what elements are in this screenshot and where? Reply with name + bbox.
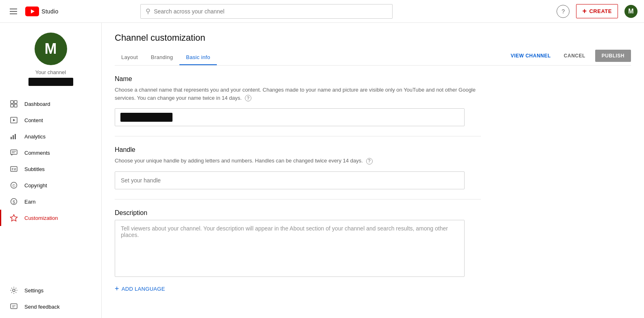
svg-rect-12	[11, 150, 17, 154]
channel-info: M Your channel	[0, 29, 101, 92]
tabs-bar: Layout Branding Basic info VIEW CHANNEL …	[115, 50, 631, 66]
menu-icon[interactable]	[7, 5, 20, 18]
subtitles-icon	[10, 165, 18, 173]
name-section-title: Name	[115, 75, 481, 83]
tab-actions: VIEW CHANNEL CANCEL PUBLISH	[507, 50, 631, 65]
svg-text:$: $	[13, 200, 15, 204]
create-label: CREATE	[589, 8, 611, 14]
publish-button[interactable]: PUBLISH	[595, 50, 631, 62]
tab-basic-info[interactable]: Basic info	[179, 50, 216, 65]
main-layout: M Your channel Dashboard	[0, 23, 644, 318]
customization-label: Customization	[24, 215, 58, 221]
topbar-right: ? + CREATE M	[557, 4, 637, 18]
channel-avatar[interactable]: M	[35, 33, 67, 65]
sidebar-item-feedback[interactable]: Send feedback	[0, 298, 101, 315]
user-avatar[interactable]: M	[624, 5, 637, 18]
earn-icon: $	[10, 197, 18, 206]
svg-rect-10	[15, 134, 16, 139]
topbar: Studio ⚲ ? + CREATE M	[0, 0, 644, 23]
sidebar-item-settings[interactable]: Settings	[0, 282, 101, 298]
comments-icon	[10, 149, 18, 157]
customization-icon	[10, 214, 18, 222]
search-input[interactable]	[154, 8, 387, 15]
svg-point-24	[13, 289, 15, 292]
name-help-icon[interactable]: ?	[245, 95, 251, 101]
handle-section-desc: Choose your unique handle by adding lett…	[115, 157, 481, 165]
sidebar-nav: Dashboard Content	[0, 92, 101, 226]
sidebar-item-content[interactable]: Content	[0, 112, 101, 128]
create-plus-icon: +	[582, 7, 587, 15]
tab-layout[interactable]: Layout	[115, 50, 144, 65]
svg-text:©: ©	[12, 184, 15, 188]
svg-rect-9	[13, 135, 14, 139]
sidebar-item-copyright[interactable]: © Copyright	[0, 177, 101, 193]
description-textarea[interactable]	[115, 220, 465, 277]
settings-label: Settings	[24, 287, 44, 294]
studio-label: Studio	[41, 8, 59, 15]
name-section: Name Choose a channel name that represen…	[115, 66, 481, 136]
create-button[interactable]: + CREATE	[576, 4, 618, 18]
comments-label: Comments	[24, 150, 50, 156]
add-language-plus-icon: +	[115, 285, 119, 293]
content-area: Channel customization Layout Branding Ba…	[102, 23, 644, 318]
handle-section: Handle Choose your unique handle by addi…	[115, 136, 481, 200]
name-field-wrapper	[115, 108, 481, 126]
name-input[interactable]	[115, 108, 465, 126]
your-channel-label: Your channel	[35, 69, 66, 75]
handle-input[interactable]	[115, 171, 465, 189]
view-channel-button[interactable]: VIEW CHANNEL	[507, 50, 554, 61]
channel-name-redacted	[28, 78, 73, 86]
feedback-icon	[10, 303, 18, 311]
analytics-label: Analytics	[24, 134, 46, 140]
description-section: Description + ADD LANGUAGE	[115, 200, 481, 306]
cancel-button[interactable]: CANCEL	[561, 50, 589, 61]
sidebar-item-earn[interactable]: $ Earn	[0, 193, 101, 210]
handle-help-icon[interactable]: ?	[366, 158, 373, 164]
sidebar: M Your channel Dashboard	[0, 23, 102, 318]
description-section-title: Description	[115, 209, 481, 217]
copyright-icon: ©	[10, 181, 18, 189]
topbar-left: Studio	[7, 5, 59, 18]
sidebar-item-dashboard[interactable]: Dashboard	[0, 96, 101, 112]
feedback-label: Send feedback	[24, 304, 60, 310]
sidebar-item-subtitles[interactable]: Subtitles	[0, 161, 101, 177]
copyright-label: Copyright	[24, 182, 47, 189]
svg-rect-4	[11, 104, 13, 107]
page-title: Channel customization	[115, 33, 631, 43]
sidebar-item-customization[interactable]: Customization	[0, 210, 101, 226]
earn-label: Earn	[24, 199, 35, 205]
logo-area[interactable]: Studio	[25, 7, 59, 16]
help-button[interactable]: ?	[557, 5, 570, 18]
add-language-label: ADD LANGUAGE	[122, 286, 165, 292]
svg-rect-25	[11, 304, 17, 309]
svg-rect-15	[11, 167, 17, 171]
content-label: Content	[24, 117, 43, 123]
content-icon	[10, 116, 18, 124]
handle-section-title: Handle	[115, 146, 481, 154]
sidebar-item-comments[interactable]: Comments	[0, 145, 101, 161]
sidebar-item-analytics[interactable]: Analytics	[0, 128, 101, 145]
svg-rect-8	[11, 137, 12, 139]
search-icon: ⚲	[146, 7, 151, 15]
search-bar: ⚲	[140, 4, 393, 19]
settings-icon	[10, 286, 18, 294]
add-language-button[interactable]: + ADD LANGUAGE	[115, 278, 481, 296]
name-section-desc: Choose a channel name that represents yo…	[115, 86, 481, 102]
youtube-logo-icon	[25, 7, 39, 16]
tab-branding[interactable]: Branding	[144, 50, 179, 65]
subtitles-label: Subtitles	[24, 166, 45, 172]
svg-rect-5	[14, 104, 17, 107]
svg-rect-3	[14, 101, 17, 103]
svg-rect-2	[11, 101, 13, 103]
dashboard-label: Dashboard	[24, 101, 50, 107]
analytics-icon	[10, 132, 18, 140]
svg-marker-7	[13, 119, 15, 121]
dashboard-icon	[10, 100, 18, 108]
